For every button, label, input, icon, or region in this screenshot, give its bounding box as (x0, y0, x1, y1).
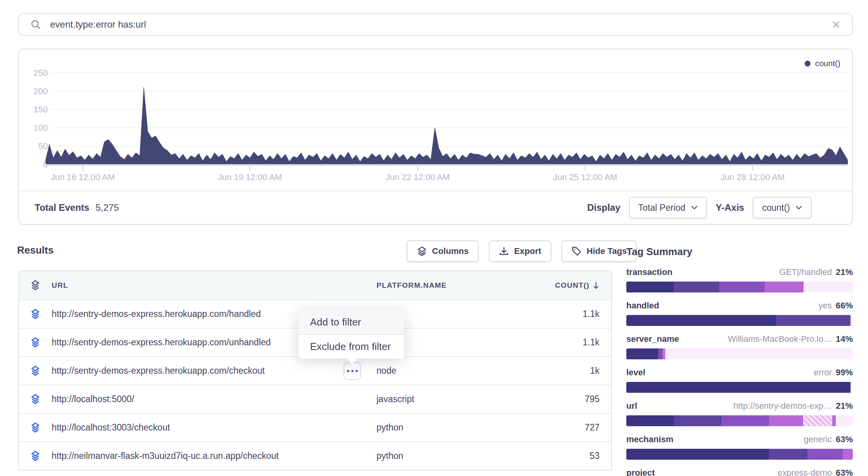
tag-bar-segment (658, 348, 663, 359)
tag-name[interactable]: server_name (626, 334, 679, 344)
tag-name[interactable]: level (626, 368, 645, 378)
discover-page: event.type:error has:url count() 250 200… (0, 0, 868, 476)
x-tick: Jun 19 12:00 AM (203, 172, 296, 182)
tag-top-percent: 21% (836, 267, 853, 277)
stack-icon (19, 366, 52, 376)
tag-bar-segment (626, 315, 776, 326)
tag-name[interactable]: project (626, 468, 655, 476)
tag-bar-segment (662, 348, 665, 359)
tag-bar-segment (722, 415, 769, 426)
url-cell[interactable]: http://localhost:3003/checkout (52, 422, 376, 433)
sort-desc-icon (593, 281, 600, 290)
table-row[interactable]: http://localhost:3003/checkout python 72… (19, 413, 611, 441)
dot-icon (347, 370, 349, 372)
table-row[interactable]: http://localhost:5000/ javascript 795 (19, 385, 611, 413)
tag-distribution-bar[interactable] (626, 415, 853, 426)
tag-bar-segment (832, 415, 836, 426)
column-header-platform[interactable]: PLATFORM.NAME (376, 281, 518, 290)
tag-row: level error 99% (626, 368, 853, 393)
count-cell: 1.1k (518, 337, 611, 348)
tag-row: server_name Williams-MacBook-Pro.lo… 14% (626, 334, 853, 359)
x-tick: Jun 16 12:00 AM (36, 172, 129, 182)
tag-bar-segment (674, 415, 721, 426)
tag-row: transaction GET|/handled 21% (626, 267, 853, 292)
chevron-down-icon (691, 205, 698, 210)
columns-button-label: Columns (432, 246, 469, 256)
events-chart-panel: count() 250 200 150 100 50 0 Jun 16 12:0… (18, 49, 853, 225)
tag-bar-segment (776, 315, 851, 326)
tag-summary-panel: Tag Summary transaction GET|/handled 21%… (626, 246, 853, 476)
hide-tags-button-label: Hide Tags (587, 246, 627, 256)
tag-bar-segment (802, 282, 804, 292)
x-tick: Jun 25 12:00 AM (539, 172, 632, 182)
tag-bar-segment (769, 449, 807, 460)
tag-row: handled yes 66% (626, 301, 853, 326)
tag-bar-segment (807, 449, 842, 460)
context-menu-item[interactable]: Add to filter (298, 310, 404, 335)
display-label: Display (587, 202, 620, 213)
tag-top-percent: 99% (836, 368, 853, 378)
tag-name[interactable]: url (626, 401, 637, 411)
tag-name[interactable]: transaction (626, 267, 673, 277)
hide-tags-button[interactable]: Hide Tags (561, 240, 637, 262)
count-cell: 795 (518, 394, 611, 404)
context-menu-item[interactable]: Exclude from filter (298, 335, 404, 359)
cell-actions-button[interactable] (343, 362, 361, 380)
tag-top-value: Williams-MacBook-Pro.lo… (728, 334, 832, 344)
search-bar[interactable]: event.type:error has:url (18, 13, 853, 36)
cell-context-menu: Add to filter Exclude from filter (298, 310, 404, 359)
tag-row: project express-demo 63% (626, 468, 853, 476)
tag-bar-segment (769, 415, 803, 426)
tag-distribution-bar[interactable] (626, 449, 853, 460)
tag-bar-segment (803, 415, 833, 426)
y-tick: 50 (24, 141, 48, 151)
columns-button[interactable]: Columns (407, 240, 479, 262)
tag-bar-segment (843, 449, 853, 460)
table-header: URL PLATFORM.NAME COUNT() (19, 271, 611, 299)
download-icon (499, 246, 509, 256)
platform-cell: python (376, 451, 518, 461)
y-tick: 150 (24, 105, 48, 115)
chevron-down-icon (795, 205, 802, 210)
tag-top-value: error (814, 368, 832, 378)
export-button[interactable]: Export (489, 240, 551, 262)
tag-bar-segment (626, 382, 851, 393)
column-header-count[interactable]: COUNT() (518, 281, 611, 290)
chart-gridlines (51, 73, 848, 146)
tag-distribution-bar[interactable] (626, 382, 853, 393)
tag-bar-segment (626, 348, 658, 359)
stack-icon (19, 451, 52, 462)
search-query[interactable]: event.type:error has:url (50, 19, 831, 30)
count-header-label: COUNT() (555, 281, 589, 290)
total-events-value: 5,275 (96, 202, 119, 213)
table-row[interactable]: http://sentry-demos-express.herokuapp.co… (19, 356, 611, 385)
yaxis-value: count() (762, 203, 790, 213)
count-cell: 53 (518, 451, 611, 461)
tag-name[interactable]: mechanism (626, 434, 673, 444)
stack-icon (19, 309, 52, 320)
events-area-chart[interactable] (45, 59, 848, 176)
platform-cell: node (376, 366, 518, 376)
stack-icon (19, 422, 52, 433)
tag-name[interactable]: handled (626, 301, 659, 311)
url-cell[interactable]: http://localhost:5000/ (52, 394, 376, 404)
display-select[interactable]: Total Period (629, 197, 707, 219)
clear-search-icon[interactable] (831, 19, 841, 30)
tag-distribution-bar[interactable] (626, 348, 853, 359)
tag-distribution-bar[interactable] (626, 315, 853, 326)
y-tick: 200 (24, 86, 48, 96)
tag-top-value: GET|/handled (779, 267, 832, 277)
display-value: Total Period (638, 203, 685, 213)
results-title: Results (17, 244, 54, 256)
url-cell[interactable]: http://neilmanvar-flask-m3uuizd7iq-uc.a.… (52, 451, 376, 461)
table-row[interactable]: http://neilmanvar-flask-m3uuizd7iq-uc.a.… (19, 441, 611, 470)
url-cell[interactable]: http://sentry-demos-express.herokuapp.co… (52, 366, 376, 376)
tag-top-percent: 14% (836, 334, 853, 344)
y-tick: 250 (24, 68, 48, 78)
column-header-url[interactable]: URL (52, 281, 376, 290)
tag-distribution-bar[interactable] (626, 282, 853, 292)
tag-row: url http://sentry-demos-exp… 21% (626, 401, 853, 426)
yaxis-select[interactable]: count() (753, 197, 812, 219)
tag-list: transaction GET|/handled 21% handled yes… (626, 267, 853, 476)
results-toolbar: Columns Export Hide Tags (407, 240, 637, 262)
